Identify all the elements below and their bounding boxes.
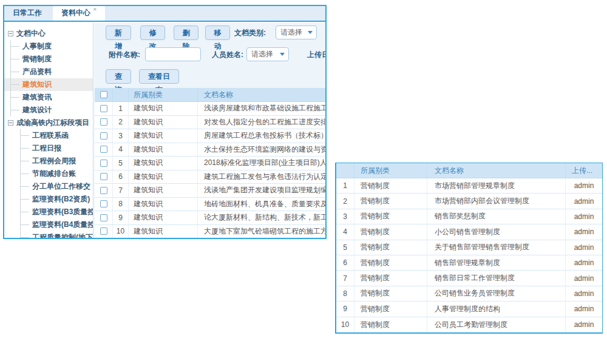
- row-checkbox[interactable]: [100, 200, 107, 207]
- edit-button[interactable]: 修改: [140, 25, 165, 40]
- table-row[interactable]: 10 建筑知识 大厦地下室加气砼墙砌筑工程的施工方...: [95, 225, 325, 238]
- document-center-window: 日常工作 资料中心× 文档中心 人事制度 营销制度 产品资料 建筑知识 建筑资讯…: [3, 5, 327, 239]
- row-checkbox[interactable]: [100, 187, 107, 194]
- table-row[interactable]: 3 建筑知识 房屋建筑工程总承包投标书（技术标）...: [95, 129, 325, 143]
- dropdown-caret-icon: [308, 31, 313, 34]
- col-category: 所属别类: [129, 88, 198, 101]
- marketing-documents-table: 所属别类 文档名称 上传... 1 营销制度 市场营销部管理规章制度 admin…: [335, 163, 603, 334]
- tree-node[interactable]: 工程联系函: [4, 129, 93, 142]
- category-tree-sidebar: 文档中心 人事制度 营销制度 产品资料 建筑知识 建筑资讯 建筑设计 成渝高铁内…: [4, 23, 93, 238]
- col-doc-name: 文档名称: [198, 88, 325, 101]
- tab-data-center-label: 资料中心: [61, 8, 90, 17]
- tree-node[interactable]: 监理资料(B3质量控制): [4, 206, 93, 218]
- tree-node[interactable]: 工程日报: [4, 142, 93, 155]
- attachment-name-label: 附件名称:: [109, 47, 140, 62]
- upload-date-label: 上传日期: [307, 47, 325, 62]
- table-row[interactable]: 7 建筑知识 浅谈地产集团开发建设项目监理规划编...: [95, 184, 325, 198]
- table-row[interactable]: 9 建筑知识 论大厦新材料、新结构、新技术，新工...: [95, 211, 325, 225]
- screen: 日常工作 资料中心× 文档中心 人事制度 营销制度 产品资料 建筑知识 建筑资讯…: [0, 0, 607, 364]
- row-checkbox[interactable]: [100, 173, 107, 180]
- table-row[interactable]: 9 营销制度 人事管理制度的结构 admin: [336, 302, 602, 317]
- table-row[interactable]: 5 建筑知识 2018标准化监理项目部(业主项目部)人员...: [95, 157, 325, 170]
- close-icon[interactable]: ×: [93, 5, 97, 13]
- tree-node[interactable]: 节能减排台账: [4, 167, 93, 180]
- tree-node[interactable]: 建筑资讯: [4, 91, 93, 104]
- row-checkbox[interactable]: [100, 214, 107, 221]
- table-row[interactable]: 10 营销制度 公司员工考勤管理制度 admin: [336, 317, 602, 332]
- doc-category-select[interactable]: 请选择: [276, 25, 317, 39]
- tab-data-center[interactable]: 资料中心×: [53, 5, 105, 21]
- tree-node[interactable]: 建筑设计: [4, 104, 93, 116]
- table-row[interactable]: 8 营销制度 公司销售业务员管理制度 admin: [336, 286, 602, 302]
- table-row[interactable]: 8 建筑知识 地砖地面材料、机具准备、质量要求及...: [95, 198, 325, 212]
- category-tree: 文档中心 人事制度 营销制度 产品资料 建筑知识 建筑资讯 建筑设计 成渝高铁内…: [4, 23, 93, 238]
- col-doc-name: 文档名称: [427, 163, 566, 178]
- tree-node[interactable]: 人事制度: [4, 40, 93, 53]
- table-row[interactable]: 2 营销制度 市场营销部内部会议管理制度 admin: [336, 194, 602, 209]
- dropdown-caret-icon: [280, 53, 285, 56]
- tree-node[interactable]: 产品资料: [4, 66, 93, 78]
- table-row[interactable]: 6 建筑知识 建筑工程施工发包与承包违法行为认定...: [95, 170, 325, 184]
- table-row[interactable]: 1 建筑知识 浅谈房屋建筑和市政基础设施工程施工...: [95, 102, 325, 116]
- add-button[interactable]: 新增: [106, 25, 131, 40]
- tab-daily-work[interactable]: 日常工作: [4, 5, 50, 21]
- doc-category-label: 文档类别:: [234, 25, 266, 40]
- table-row[interactable]: 4 建筑知识 水土保持生态环境监测网络的建设与资...: [95, 143, 325, 157]
- person-name-label: 人员姓名:: [212, 47, 243, 62]
- col-category: 所属别类: [354, 163, 427, 178]
- attachment-name-input[interactable]: [145, 47, 201, 61]
- tree-node[interactable]: 分工单位工作移交: [4, 180, 93, 193]
- document-table: 所属别类 文档名称 1 建筑知识 浅谈房屋建筑和市政基础设施工程施工... 2 …: [95, 88, 325, 238]
- row-checkbox[interactable]: [100, 146, 107, 153]
- table-header-row: 所属别类 文档名称: [95, 88, 325, 102]
- tree-node[interactable]: 监理资料(B2资质): [4, 193, 93, 206]
- row-checkbox[interactable]: [100, 228, 107, 235]
- tree-node-project[interactable]: 成渝高铁内江标段项目: [4, 116, 93, 129]
- tab-bar: 日常工作 资料中心×: [4, 6, 325, 22]
- tree-node[interactable]: 工程例会周报: [4, 155, 93, 167]
- document-list-pane: 新增 修改 删除 移动 文档类别: 请选择 文档 附件名称: 人员姓名: 请选择…: [94, 23, 325, 238]
- tree-node-selected[interactable]: 建筑知识: [4, 78, 93, 91]
- row-checkbox[interactable]: [100, 132, 107, 140]
- table-row[interactable]: 7 营销制度 销售部日常工作管理制度 admin: [336, 271, 602, 286]
- search-button[interactable]: 查询: [106, 69, 131, 84]
- table-row[interactable]: 5 营销制度 关于销售部管理销售管理制度 admin: [336, 240, 602, 255]
- table-row[interactable]: 3 营销制度 销售部奖惩制度 admin: [336, 209, 602, 224]
- tree-node[interactable]: 工程质量控制(地下室): [4, 231, 93, 238]
- table-row[interactable]: 4 营销制度 小公司销售管理制度 admin: [336, 224, 602, 240]
- col-uploader: 上传...: [566, 163, 602, 178]
- select-all-checkbox[interactable]: [100, 91, 107, 98]
- table-row[interactable]: 1 营销制度 市场营销部管理规章制度 admin: [336, 178, 602, 194]
- table-row[interactable]: 6 营销制度 销售部管理规章制度 admin: [336, 255, 602, 271]
- tree-node[interactable]: 监理资料(B4质量控制): [4, 218, 93, 231]
- tree-node-document-center[interactable]: 文档中心: [4, 27, 93, 40]
- collapse-icon[interactable]: [8, 120, 13, 126]
- view-log-button[interactable]: 查看日志: [139, 69, 179, 84]
- table-header-row: 所属别类 文档名称 上传...: [336, 163, 602, 178]
- move-button[interactable]: 移动: [205, 25, 230, 40]
- person-name-select[interactable]: 请选择: [246, 47, 289, 61]
- tree-node[interactable]: 营销制度: [4, 53, 93, 66]
- table-row[interactable]: 2 建筑知识 对发包人指定分包的工程施工进度安排...: [95, 116, 325, 130]
- row-checkbox[interactable]: [100, 118, 107, 126]
- row-checkbox[interactable]: [100, 160, 107, 167]
- row-checkbox[interactable]: [100, 105, 107, 112]
- collapse-icon[interactable]: [8, 31, 13, 36]
- delete-button[interactable]: 删除: [174, 25, 198, 40]
